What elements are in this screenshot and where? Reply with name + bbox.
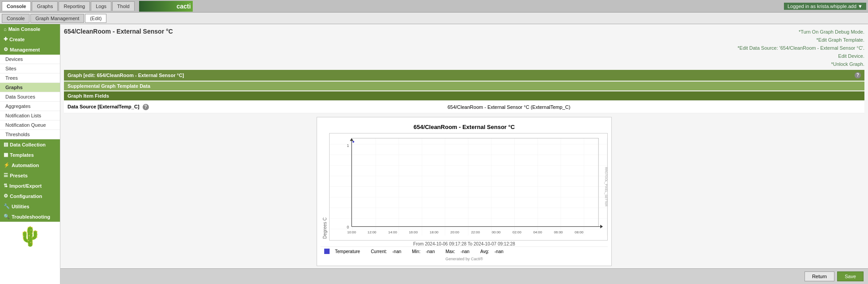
sidebar-item-data-sources[interactable]: Data Sources [0,92,60,102]
legend-color-temperature [324,249,330,254]
right-link-edit-device[interactable]: Edit Device. [737,52,864,60]
top-tab-graphs[interactable]: Graphs [32,1,58,11]
sidebar-item-thresholds[interactable]: Thresholds [0,130,60,139]
sidebar-main-console-label: Main Console [8,26,41,32]
logged-in-label[interactable]: Logged in as krista.whipple.add ▼ [784,3,866,10]
graph-item-fields-bar[interactable]: Graph Item Fields [64,91,864,100]
legend-min-value: -nan [426,249,435,254]
legend-avg-value: -nan [495,249,504,254]
svg-text:1: 1 [347,143,349,148]
sidebar-troubleshooting-label: Troubleshooting [12,214,50,219]
sidebar-import-export-label: Import/Export [9,183,42,189]
right-link-edit-datasource[interactable]: *Edit Data Source: '654/CleanRoom - Exte… [737,44,864,52]
y-axis-label: Degrees C [321,133,329,241]
sidebar-item-notification-lists[interactable]: Notification Lists [0,111,60,120]
svg-rect-0 [330,138,607,236]
sidebar-utilities-label: Utilities [12,204,30,209]
top-tab-console[interactable]: Console [2,1,31,11]
sidebar-troubleshooting-header[interactable]: 🔍 Troubleshooting [0,211,60,222]
svg-text:RRGTOOL_PIXEL_SETTER: RRGTOOL_PIXEL_SETTER [604,167,608,207]
save-button[interactable]: Save [837,271,864,281]
sidebar-main-console[interactable]: ⌂ Main Console [0,24,60,34]
automation-icon: ⚡ [4,162,10,168]
sidebar-data-collection-label: Data Collection [10,142,46,147]
svg-text:08:00: 08:00 [575,230,584,234]
svg-text:16:00: 16:00 [409,230,418,234]
data-source-help-icon[interactable]: ? [143,104,149,110]
top-nav-bar: Console Graphs Reporting Logs Thold cact… [0,0,868,13]
utilities-icon: 🔧 [4,203,10,209]
sidebar-item-sites[interactable]: Sites [0,64,60,73]
sidebar-create-label: Create [9,37,25,42]
sidebar-item-devices[interactable]: Devices [0,55,60,64]
svg-text:22:00: 22:00 [471,230,480,234]
chart-wrapper: Degrees C 0 1 [321,133,608,241]
main-layout: ⌂ Main Console ✚ Create ⚙ Management Dev… [0,24,868,284]
top-tab-thold[interactable]: Thold [112,1,135,11]
svg-text:12:00: 12:00 [368,230,377,234]
sidebar-item-graphs[interactable]: Graphs [0,83,60,92]
sidebar-item-aggregates[interactable]: Aggregates [0,102,60,111]
home-icon: ⌂ [4,26,7,32]
second-tab-edit[interactable]: (Edit) [85,14,106,23]
second-tab-console[interactable]: Console [2,14,30,23]
svg-text:14:00: 14:00 [388,230,397,234]
plus-icon: ✚ [4,36,8,42]
svg-text:02:00: 02:00 [512,230,521,234]
right-link-unlock[interactable]: *Unlock Graph. [737,60,864,68]
sidebar-item-trees[interactable]: Trees [0,73,60,83]
top-tab-logs[interactable]: Logs [91,1,111,11]
svg-text:0: 0 [347,225,349,229]
logo-area: cacti [139,1,193,12]
sidebar-management-header[interactable]: ⚙ Management [0,44,60,55]
help-icon[interactable]: ? [855,72,861,78]
breadcrumb-spacer [859,17,866,19]
sidebar-management-label: Management [10,47,40,52]
chart-title: 654/CleanRoom - External Sensor °C [321,121,608,133]
right-link-edit-template[interactable]: *Edit Graph Template. [737,36,864,44]
chart-svg: 0 1 10:00 12:00 14:00 16:00 18:00 20:00 … [329,133,608,241]
sidebar-configuration-label: Configuration [10,194,42,199]
main-content: *Turn On Graph Debug Mode. *Edit Graph T… [60,24,868,284]
return-button[interactable]: Return [804,271,834,281]
section-bar-title: Graph [edit: 654/CleanRoom - External Se… [68,73,184,78]
top-tab-reporting[interactable]: Reporting [59,1,90,11]
configuration-icon: ⚙ [4,193,8,199]
cactus-icon: 🌵 [4,225,56,247]
sidebar-automation-header[interactable]: ⚡ Automation [0,160,60,170]
sidebar-import-export-header[interactable]: ⇅ Import/Export [0,181,60,191]
data-source-value: 654/CleanRoom - External Sensor °C (Exte… [157,104,861,110]
svg-text:10:00: 10:00 [347,230,356,234]
supplemental-section-bar[interactable]: Supplemental Graph Template Data [64,82,864,90]
right-links: *Turn On Graph Debug Mode. *Edit Graph T… [737,28,864,68]
svg-text:00:00: 00:00 [492,230,501,234]
graph-container: 654/CleanRoom - External Sensor °C Degre… [317,117,612,266]
svg-text:06:00: 06:00 [554,230,563,234]
sidebar-create[interactable]: ✚ Create [0,34,60,44]
date-range: From 2024-10-06 09:17:28 To 2024-10-07 0… [321,241,608,246]
data-source-row: Data Source [ExternalTemp_C] ? 654/Clean… [64,101,864,113]
data-collection-icon: ▤ [4,142,8,147]
right-link-debug[interactable]: *Turn On Graph Debug Mode. [737,28,864,36]
second-tab-graph-management[interactable]: Graph Management [30,14,84,23]
chart-legend: Temperature Current: -nan Min: -nan Max:… [321,246,608,256]
sidebar-logo: 🌵 [0,222,60,251]
legend-temperature-label: Temperature [335,249,360,254]
sidebar-presets-header[interactable]: ☰ Presets [0,170,60,181]
sidebar-templates-header[interactable]: ▦ Templates [0,150,60,160]
second-nav-bar: Console Graph Management (Edit) [0,13,868,24]
sidebar-item-notification-queue[interactable]: Notification Queue [0,120,60,130]
gear-icon: ⚙ [4,47,8,52]
sidebar-configuration-header[interactable]: ⚙ Configuration [0,191,60,201]
data-source-label: Data Source [ExternalTemp_C] ? [68,104,157,110]
troubleshooting-icon: 🔍 [4,214,10,219]
sidebar-data-collection-header[interactable]: ▤ Data Collection [0,139,60,150]
import-export-icon: ⇅ [4,183,8,189]
legend-current-value: -nan [392,249,401,254]
sidebar-templates-label: Templates [10,152,34,158]
legend-max-label: Max: [445,249,455,254]
section-bar-main: Graph [edit: 654/CleanRoom - External Se… [64,70,864,81]
svg-text:04:00: 04:00 [533,230,542,234]
sidebar-utilities-header[interactable]: 🔧 Utilities [0,201,60,211]
legend-avg-label: Avg: [480,249,489,254]
